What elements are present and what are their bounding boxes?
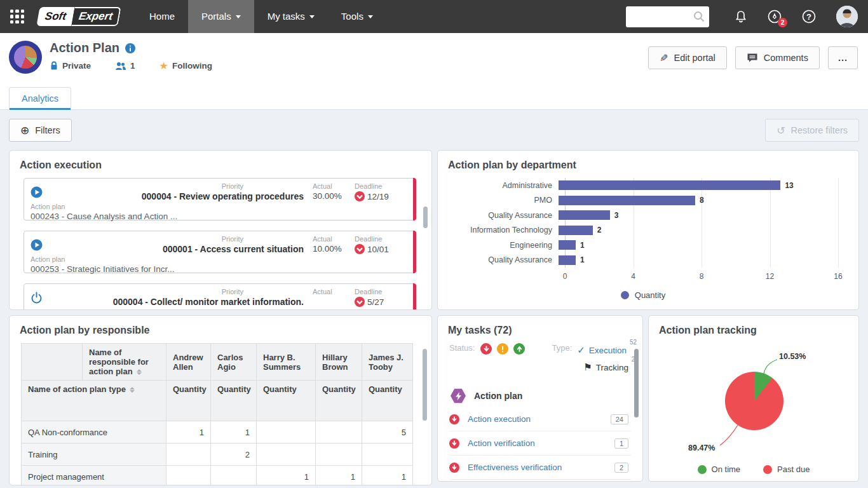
action-card[interactable]: Priority 000004 - Collect/ monitor marke…: [24, 283, 416, 310]
app-grid-icon[interactable]: [10, 10, 24, 24]
cell: 5: [362, 421, 413, 444]
measure-header: Quantity: [362, 381, 413, 421]
measure-header: Quantity: [316, 381, 362, 421]
status-on-time-icon[interactable]: [513, 343, 525, 355]
status-label: Status:: [449, 343, 475, 353]
bar-category: Quality Assurance: [438, 255, 559, 264]
pie-chart: 10.53% 89.47% On time Past due: [649, 343, 858, 475]
status-past-due-icon[interactable]: [480, 343, 492, 355]
type-label: Type:: [552, 343, 572, 373]
scrollbar[interactable]: [634, 349, 639, 417]
task-item[interactable]: Action verification 1: [449, 431, 631, 456]
bar-value: 13: [785, 181, 793, 190]
whats-new-icon[interactable]: 2: [767, 9, 782, 24]
past-due-icon: [449, 438, 459, 449]
play-icon[interactable]: [31, 234, 51, 254]
measure-header: Quantity: [211, 381, 257, 421]
cell: [316, 444, 362, 466]
deadline-value: 10/01: [367, 245, 389, 254]
column-header-responsible[interactable]: Name of responsible for action plan: [83, 344, 166, 381]
task-count-badge: 24: [611, 414, 628, 424]
type-option-execution[interactable]: Execution 52: [577, 344, 635, 356]
bar[interactable]: [559, 255, 576, 265]
tab-analytics[interactable]: Analytics: [9, 87, 71, 109]
measure-header: Quantity: [257, 381, 316, 421]
panel-action-plan-tracking: Action plan tracking 10.53% 89.47% On ti…: [648, 315, 859, 482]
panel-title: Action plan tracking: [659, 325, 848, 336]
notifications-bell-icon[interactable]: [734, 10, 748, 24]
type-option-tracking[interactable]: Tracking 20: [583, 362, 637, 373]
action-card[interactable]: Priority 000004 - Review operating proce…: [24, 178, 416, 220]
bar[interactable]: [559, 210, 610, 220]
sort-icon: [137, 369, 142, 375]
filters-button[interactable]: Filters: [9, 119, 72, 142]
nav-item-portals[interactable]: Portals: [188, 0, 254, 33]
comment-icon: [747, 53, 758, 63]
comments-button[interactable]: Comments: [735, 46, 820, 69]
panel-title: Action execution: [20, 159, 421, 171]
legend-item-on-time[interactable]: On time: [698, 464, 741, 474]
bar-value: 1: [580, 255, 585, 264]
cell: 2: [211, 444, 257, 466]
panel-title: My tasks (72): [448, 325, 632, 336]
following-toggle[interactable]: Following: [159, 60, 212, 72]
priority-label: Priority: [51, 287, 304, 297]
cell: 1: [257, 466, 316, 486]
bar[interactable]: [559, 226, 593, 235]
play-icon[interactable]: [31, 182, 51, 201]
legend-item-quantity[interactable]: Quantity: [438, 290, 848, 300]
scrollbar[interactable]: [423, 349, 427, 421]
table-row: Training 2: [22, 444, 413, 466]
panel-title: Action plan by department: [448, 159, 848, 171]
help-icon[interactable]: ?: [801, 9, 817, 24]
cell: [257, 421, 316, 444]
status-warning-icon[interactable]: [497, 343, 508, 355]
bar-category: Information Technology: [438, 226, 559, 234]
legend-item-past-due[interactable]: Past due: [763, 464, 810, 474]
type-count: 52: [630, 339, 637, 346]
action-card[interactable]: Priority 000001 - Access current situati…: [24, 231, 416, 273]
actual-label: Actual: [313, 182, 355, 191]
panel-department-chart: Action plan by department Administrative…: [437, 150, 859, 310]
restore-filters-button[interactable]: Restore filters: [765, 119, 859, 142]
measure-header: Quantity: [166, 381, 211, 421]
nav-item-tools[interactable]: Tools: [328, 0, 386, 33]
bar-value: 8: [700, 196, 704, 205]
nav-item-home[interactable]: Home: [136, 0, 188, 33]
bar[interactable]: [559, 240, 576, 250]
task-item[interactable]: Effectiveness verification 2: [449, 456, 631, 480]
power-icon[interactable]: [31, 287, 51, 306]
brand-logo[interactable]: Soft Expert: [36, 7, 121, 26]
cell: 1: [166, 421, 211, 444]
cell: [257, 444, 316, 466]
restore-icon: [776, 125, 785, 137]
user-avatar[interactable]: [836, 6, 858, 27]
sort-icon: [130, 387, 135, 393]
legend-dot: [698, 465, 707, 474]
pencil-icon: [660, 52, 668, 64]
bar[interactable]: [559, 180, 780, 190]
row-label: Project management: [22, 466, 166, 486]
info-icon[interactable]: [125, 43, 135, 53]
edit-portal-button[interactable]: Edit portal: [648, 46, 727, 69]
flag-icon: [583, 362, 592, 373]
lock-icon: [50, 61, 58, 71]
privacy-status: Private: [50, 60, 91, 72]
members-count[interactable]: 1: [115, 60, 135, 72]
actual-value: 30.00%: [313, 191, 355, 201]
row-header-type[interactable]: Name of action plan type: [22, 381, 166, 421]
pie-graphic[interactable]: [725, 372, 783, 430]
deadline-label: Deadline: [355, 287, 405, 297]
legend-dot: [763, 465, 772, 474]
svg-text:?: ?: [806, 12, 811, 22]
nav-item-my-tasks[interactable]: My tasks: [254, 0, 328, 33]
bar[interactable]: [559, 196, 695, 205]
task-group-action-plan[interactable]: Action plan: [451, 388, 631, 403]
deadline-value: 12/19: [367, 192, 389, 201]
scrollbar[interactable]: [423, 207, 428, 228]
task-item[interactable]: Action execution 24: [449, 407, 631, 431]
panel-responsible-table: Action plan by responsible Name of respo…: [9, 315, 432, 485]
search-icon[interactable]: [693, 11, 705, 25]
more-options-button[interactable]: ...: [828, 46, 858, 69]
bar-category: Administrative: [438, 181, 559, 190]
